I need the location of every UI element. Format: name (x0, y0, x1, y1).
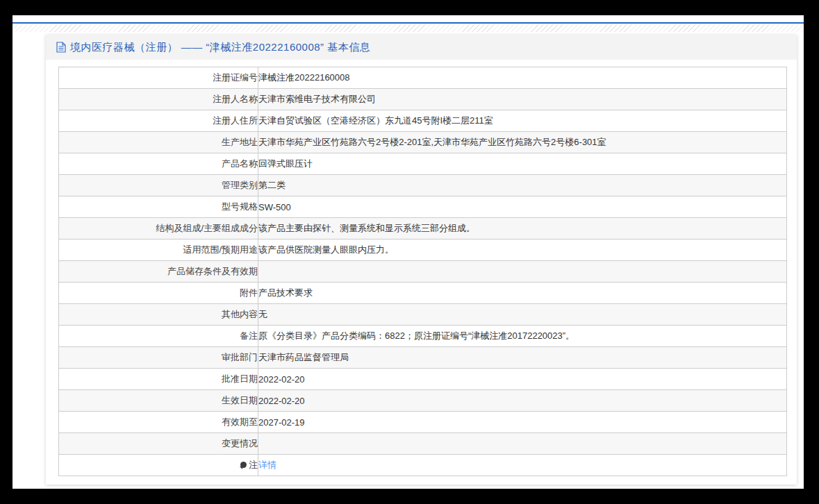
row-value: 天津市索维电子技术有限公司 (258, 94, 376, 104)
row-label-cell: 审批部门 (59, 347, 258, 369)
row-label: 适用范围/预期用途 (183, 244, 258, 255)
table-row: 管理类别 第二类 (59, 175, 787, 196)
table-row: 批准日期 2022-02-20 (59, 369, 787, 390)
row-value-cell: 2027-02-19 (258, 412, 787, 433)
row-value-cell: 详情 (258, 455, 787, 476)
row-value-cell: SW-500 (258, 196, 787, 218)
table-row: 注册人名称 天津市索维电子技术有限公司 (59, 89, 787, 110)
row-label-cell: 生产地址 (59, 132, 258, 153)
table-row: 适用范围/预期用途 该产品供医院测量人眼眼内压力。 (59, 240, 787, 261)
row-label: 其他内容 (222, 309, 258, 319)
row-value: 第二类 (258, 180, 286, 190)
row-value-cell: 第二类 (258, 175, 787, 196)
row-label-cell: 注册人住所 (59, 110, 258, 132)
row-label-cell: 管理类别 (59, 175, 258, 196)
accent-divider-line (13, 22, 804, 24)
row-label-cell: 结构及组成/主要组成成分 (59, 218, 258, 240)
row-label-cell: 注册人名称 (59, 89, 258, 110)
row-value: 该产品供医院测量人眼眼内压力。 (258, 244, 394, 255)
row-label-cell: 型号规格 (59, 196, 258, 218)
table-row: 附件 产品技术要求 (59, 283, 787, 304)
row-label-cell: 变更情况 (59, 433, 258, 455)
table-row: 产品储存条件及有效期 (59, 261, 787, 283)
row-label-cell: 备注 (59, 326, 258, 347)
row-value-cell: 无 (258, 304, 787, 326)
table-row: 审批部门 天津市药品监督管理局 (59, 347, 787, 369)
row-value-cell: 天津市索维电子技术有限公司 (258, 89, 787, 110)
row-value: 津械注准20222160008 (258, 72, 350, 83)
row-label-cell: 附件 (59, 283, 258, 304)
row-value-cell: 回弹式眼压计 (258, 153, 787, 175)
table-row: 产品名称 回弹式眼压计 (59, 153, 787, 175)
row-value: 无 (258, 309, 267, 319)
row-label: 有效期至 (222, 417, 258, 427)
details-link[interactable]: 详情 (258, 460, 276, 470)
table-row: 注册人住所 天津自贸试验区（空港经济区）东九道45号附I楼二层211室 (59, 110, 787, 132)
row-label: 注册人名称 (213, 94, 258, 104)
registration-info-panel: 境内医疗器械（注册） —— “津械注准20222160008” 基本信息 注册证… (46, 35, 797, 485)
registration-info-table: 注册证编号 津械注准20222160008 注册人名称 天津市索维电子技术有限公… (58, 67, 787, 476)
table-row: 生产地址 天津市华苑产业区竹苑路六号2号楼2-201室,天津市华苑产业区竹苑路六… (59, 132, 787, 153)
table-row: 生效日期 2022-02-20 (59, 390, 787, 412)
row-label: 型号规格 (222, 201, 258, 212)
row-label: 管理类别 (222, 180, 258, 190)
row-label-cell: 产品名称 (59, 153, 258, 175)
row-label: 变更情况 (222, 438, 258, 448)
row-label: 生产地址 (222, 137, 258, 147)
row-label: 产品名称 (222, 158, 258, 169)
browser-page: 境内医疗器械（注册） —— “津械注准20222160008” 基本信息 注册证… (13, 15, 804, 489)
row-value-cell: 产品技术要求 (258, 283, 787, 304)
row-label: 产品储存条件及有效期 (167, 266, 258, 276)
row-value: 2022-02-20 (258, 396, 305, 406)
row-value: 产品技术要求 (258, 287, 313, 298)
table-row: 型号规格 SW-500 (59, 196, 787, 218)
row-label-cell: 有效期至 (59, 412, 258, 433)
row-label-cell: 注 (59, 455, 258, 476)
page-title: 境内医疗器械（注册） —— “津械注准20222160008” 基本信息 (70, 41, 370, 54)
row-value: 天津市药品监督管理局 (258, 352, 349, 362)
row-value: 天津自贸试验区（空港经济区）东九道45号附I楼二层211室 (258, 115, 493, 126)
row-label: 批准日期 (222, 373, 258, 384)
row-value-cell: 该产品主要由探针、测量系统和显示系统三部分组成。 (258, 218, 787, 240)
row-value: 2022-02-20 (258, 374, 305, 385)
table-row: 结构及组成/主要组成成分 该产品主要由探针、测量系统和显示系统三部分组成。 (59, 218, 787, 240)
row-label: 注册人住所 (213, 115, 258, 126)
row-value-cell: 该产品供医院测量人眼眼内压力。 (258, 240, 787, 261)
row-label-cell: 注册证编号 (59, 67, 258, 89)
row-label: 生效日期 (222, 395, 258, 405)
note-balloon-icon (240, 462, 247, 468)
row-value: 回弹式眼压计 (258, 158, 313, 169)
diagonal-hatch-strip (13, 24, 804, 32)
row-label: 注册证编号 (213, 72, 258, 83)
row-label-cell: 其他内容 (59, 304, 258, 326)
row-label: 结构及组成/主要组成成分 (156, 223, 258, 233)
row-value-cell: 2022-02-20 (258, 390, 787, 412)
row-value: 天津市华苑产业区竹苑路六号2号楼2-201室,天津市华苑产业区竹苑路六号2号楼6… (258, 137, 606, 147)
row-label-cell: 批准日期 (59, 369, 258, 390)
row-value-cell (258, 433, 787, 455)
row-value-cell: 天津市华苑产业区竹苑路六号2号楼2-201室,天津市华苑产业区竹苑路六号2号楼6… (258, 132, 787, 153)
row-label-cell: 生效日期 (59, 390, 258, 412)
row-label-cell: 适用范围/预期用途 (59, 240, 258, 261)
table-row: 注册证编号 津械注准20222160008 (59, 67, 787, 89)
row-value-cell: 天津自贸试验区（空港经济区）东九道45号附I楼二层211室 (258, 110, 787, 132)
table-row: 注 详情 (59, 455, 787, 476)
row-value: SW-500 (258, 202, 291, 212)
table-row: 变更情况 (59, 433, 787, 455)
row-label: 附件 (240, 287, 258, 298)
panel-header: 境内医疗器械（注册） —— “津械注准20222160008” 基本信息 (46, 35, 797, 60)
table-row: 有效期至 2027-02-19 (59, 412, 787, 433)
row-label-cell: 产品储存条件及有效期 (59, 261, 258, 283)
document-icon (56, 42, 66, 53)
row-value-cell: 天津市药品监督管理局 (258, 347, 787, 369)
row-value-cell: 津械注准20222160008 (258, 67, 787, 89)
row-label: 注 (249, 460, 258, 470)
row-label: 备注 (240, 330, 258, 341)
table-row: 其他内容 无 (59, 304, 787, 326)
row-label: 审批部门 (222, 352, 258, 362)
row-value: 该产品主要由探针、测量系统和显示系统三部分组成。 (258, 223, 475, 233)
row-value-cell: 2022-02-20 (258, 369, 787, 390)
table-row: 备注 原《分类目录》产品分类编码：6822；原注册证编号“津械注准2017222… (59, 326, 787, 347)
row-value: 原《分类目录》产品分类编码：6822；原注册证编号“津械注准2017222002… (258, 330, 574, 341)
row-value-cell (258, 261, 787, 283)
